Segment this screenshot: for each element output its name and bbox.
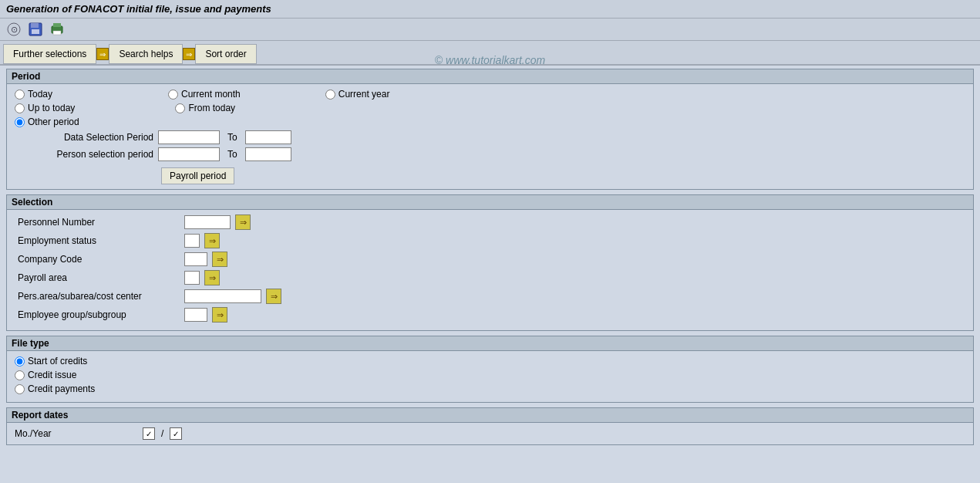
back-icon[interactable]: ⊙	[6, 22, 22, 37]
tab-search-helps[interactable]: Search helps	[109, 44, 183, 64]
person-selection-to[interactable]	[245, 147, 291, 161]
tabs-bar: Further selections ⇒ Search helps ⇒ Sort…	[0, 41, 980, 66]
title-bar: Generation of FONACOT initial file, issu…	[0, 0, 980, 19]
tab-arrow-2: ⇒	[183, 48, 195, 60]
company-code-row: Company Code ⇒	[15, 252, 965, 267]
svg-text:⊙: ⊙	[11, 25, 18, 34]
pers-area-label: Pers.area/subarea/cost center	[15, 291, 184, 302]
to-label-1: To	[227, 132, 237, 143]
radio-today[interactable]: Today	[15, 89, 52, 100]
tab-further-selections[interactable]: Further selections	[3, 44, 96, 64]
period-section-header: Period	[7, 69, 973, 84]
person-selection-period-row: Person selection period To	[30, 147, 965, 161]
personnel-number-row: Personnel Number ⇒	[15, 214, 965, 230]
radio-credit-issue[interactable]: Credit issue	[15, 370, 965, 380]
save-icon[interactable]	[28, 22, 43, 37]
data-selection-from[interactable]	[158, 130, 220, 144]
person-selection-label: Person selection period	[30, 149, 153, 160]
checkbox-2[interactable]: ✓	[170, 427, 182, 440]
company-code-label: Company Code	[15, 254, 184, 265]
to-label-2: To	[227, 149, 237, 160]
file-type-section: File type Start of credits Credit issue …	[6, 336, 974, 403]
pers-area-arrow[interactable]: ⇒	[266, 289, 281, 304]
personnel-number-arrow[interactable]: ⇒	[235, 214, 251, 230]
mo-year-row: Mo./Year ✓ / ✓	[15, 427, 965, 440]
payroll-area-row: Payroll area ⇒	[15, 270, 965, 285]
file-type-radio-row-2: Credit issue	[15, 370, 965, 380]
employee-group-label: Employee group/subgroup	[15, 309, 184, 320]
toolbar: ⊙ © www.tutorialkart.com	[0, 19, 980, 41]
data-selection-label: Data Selection Period	[30, 132, 153, 143]
employment-status-label: Employment status	[15, 235, 184, 246]
tab-search-helps-label: Search helps	[119, 49, 173, 59]
checkbox-1[interactable]: ✓	[143, 427, 155, 440]
employee-group-row: Employee group/subgroup ⇒	[15, 307, 965, 323]
file-type-radio-row-3: Credit payments	[15, 383, 965, 394]
personnel-number-label: Personnel Number	[15, 217, 184, 228]
personnel-number-input[interactable]	[184, 215, 231, 229]
person-selection-from[interactable]	[158, 147, 220, 161]
radio-current-year[interactable]: Current year	[325, 89, 390, 100]
pers-area-input[interactable]	[184, 289, 261, 303]
employee-group-arrow[interactable]: ⇒	[212, 307, 227, 323]
employee-group-input[interactable]	[184, 308, 207, 322]
tab-sort-order-label: Sort order	[205, 49, 246, 59]
payroll-period-button[interactable]: Payroll period	[161, 167, 234, 184]
selection-section-header: Selection	[7, 195, 973, 210]
radio-start-of-credits[interactable]: Start of credits	[15, 356, 965, 366]
period-radio-row-2: Up to today From today	[15, 103, 965, 113]
radio-other-period[interactable]: Other period	[15, 117, 79, 127]
print-icon[interactable]	[49, 22, 65, 37]
period-section: Period Today Current month Current year …	[6, 69, 974, 190]
pers-area-row: Pers.area/subarea/cost center ⇒	[15, 289, 965, 304]
payroll-area-input[interactable]	[184, 271, 200, 285]
mo-year-label: Mo./Year	[15, 428, 138, 439]
radio-up-to-today[interactable]: Up to today	[15, 103, 75, 113]
payroll-area-arrow[interactable]: ⇒	[204, 270, 220, 285]
tab-further-selections-label: Further selections	[13, 49, 86, 59]
svg-rect-4	[32, 29, 39, 34]
tab-arrow-1: ⇒	[96, 48, 109, 60]
file-type-radio-row-1: Start of credits	[15, 356, 965, 366]
radio-current-month[interactable]: Current month	[168, 89, 241, 100]
slash-separator: /	[161, 428, 163, 439]
report-dates-section: Report dates Mo./Year ✓ / ✓	[6, 407, 974, 445]
company-code-arrow[interactable]: ⇒	[212, 252, 227, 267]
data-selection-period-row: Data Selection Period To	[30, 130, 965, 144]
period-radio-row-1: Today Current month Current year	[15, 89, 965, 100]
period-radio-row-3: Other period	[15, 117, 965, 127]
employment-status-input[interactable]	[184, 234, 200, 248]
tab-sort-order[interactable]: Sort order	[195, 44, 256, 64]
radio-credit-payments[interactable]: Credit payments	[15, 383, 965, 394]
employment-status-arrow[interactable]: ⇒	[204, 233, 220, 248]
payroll-area-label: Payroll area	[15, 272, 184, 283]
file-type-header: File type	[7, 336, 973, 351]
svg-rect-3	[31, 23, 39, 28]
employment-status-row: Employment status ⇒	[15, 233, 965, 248]
selection-section: Selection Personnel Number ⇒ Employment …	[6, 194, 974, 331]
radio-from-today[interactable]: From today	[175, 103, 235, 113]
svg-rect-7	[53, 31, 61, 35]
company-code-input[interactable]	[184, 252, 207, 266]
svg-rect-6	[53, 23, 61, 27]
data-selection-to[interactable]	[245, 130, 291, 144]
report-dates-header: Report dates	[7, 408, 973, 423]
